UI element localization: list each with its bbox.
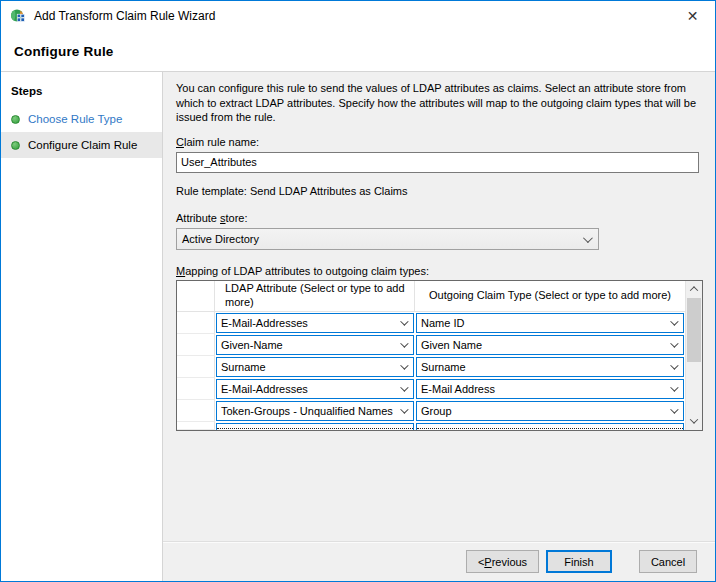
ldap-attribute-combo-partial[interactable] xyxy=(216,423,414,430)
ldap-attribute-value: E-Mail-Addresses xyxy=(221,383,308,395)
outgoing-claim-value: Name ID xyxy=(421,317,464,329)
chevron-down-icon xyxy=(670,361,678,369)
ldap-attribute-combo[interactable]: E-Mail-Addresses xyxy=(216,379,414,399)
outgoing-claim-combo[interactable]: Given Name xyxy=(416,335,684,355)
previous-button[interactable]: < Previous xyxy=(466,550,539,573)
claim-rule-name-input[interactable] xyxy=(176,152,699,173)
row-selector[interactable] xyxy=(177,312,215,334)
chevron-down-icon xyxy=(670,383,678,391)
chevron-down-icon xyxy=(400,383,408,391)
page-header: Configure Rule xyxy=(1,31,715,72)
table-header-row: LDAP Attribute (Select or type to add mo… xyxy=(177,281,685,312)
chevron-down-icon xyxy=(670,317,678,325)
ldap-attribute-combo[interactable]: E-Mail-Addresses xyxy=(216,313,414,333)
steps-sidebar: Steps Choose Rule Type Configure Claim R… xyxy=(1,72,163,581)
ldap-attribute-value: Token-Groups - Unqualified Names xyxy=(221,405,393,417)
table-row: Given-Name Given Name xyxy=(177,334,685,356)
outgoing-claim-combo[interactable]: Name ID xyxy=(416,313,684,333)
scrollbar-thumb[interactable] xyxy=(687,298,701,362)
sidebar-item-configure-claim-rule[interactable]: Configure Claim Rule xyxy=(1,132,162,158)
content-pane: You can configure this rule to send the … xyxy=(163,72,715,581)
step-label: Configure Claim Rule xyxy=(28,139,137,151)
ldap-attribute-value: Given-Name xyxy=(221,339,283,351)
outgoing-claim-value: Given Name xyxy=(421,339,482,351)
close-button[interactable]: ✕ xyxy=(670,1,715,31)
row-selector[interactable] xyxy=(177,334,215,356)
outgoing-claim-combo[interactable]: Group xyxy=(416,401,684,421)
ldap-attribute-combo[interactable]: Token-Groups - Unqualified Names xyxy=(216,401,414,421)
wizard-footer: < Previous Finish Cancel xyxy=(163,541,715,581)
row-selector[interactable] xyxy=(177,422,215,430)
rule-template-text: Rule template: Send LDAP Attributes as C… xyxy=(176,185,703,197)
table-row: Token-Groups - Unqualified Names Group xyxy=(177,400,685,422)
table-row-partial xyxy=(177,422,685,430)
outgoing-claim-combo[interactable]: Surname xyxy=(416,357,684,377)
chevron-down-icon xyxy=(690,416,698,424)
wizard-window: Add Transform Claim Rule Wizard ✕ Config… xyxy=(0,0,716,582)
chevron-down-icon xyxy=(670,405,678,413)
window-title: Add Transform Claim Rule Wizard xyxy=(34,9,215,23)
step-label: Choose Rule Type xyxy=(28,113,122,125)
adfs-app-icon xyxy=(10,8,26,24)
title-bar: Add Transform Claim Rule Wizard ✕ xyxy=(1,1,715,31)
row-selector[interactable] xyxy=(177,400,215,422)
outgoing-claim-combo[interactable]: E-Mail Address xyxy=(416,379,684,399)
attribute-store-label: Attribute store: xyxy=(176,212,703,224)
cancel-button[interactable]: Cancel xyxy=(639,550,697,573)
row-selector[interactable] xyxy=(177,356,215,378)
outgoing-claim-value: Surname xyxy=(421,361,466,373)
close-icon: ✕ xyxy=(687,8,699,24)
scroll-down-button[interactable] xyxy=(686,413,702,430)
steps-heading: Steps xyxy=(1,79,162,106)
outgoing-claim-column-header[interactable]: Outgoing Claim Type (Select or type to a… xyxy=(415,281,685,311)
ldap-attribute-combo[interactable]: Surname xyxy=(216,357,414,377)
outgoing-claim-value: E-Mail Address xyxy=(421,383,495,395)
table-scrollbar[interactable] xyxy=(685,281,702,430)
ldap-attribute-combo[interactable]: Given-Name xyxy=(216,335,414,355)
sidebar-item-choose-rule-type[interactable]: Choose Rule Type xyxy=(1,106,162,132)
chevron-down-icon xyxy=(670,339,678,347)
ldap-attribute-value: Surname xyxy=(221,361,266,373)
step-bullet-icon xyxy=(11,115,20,124)
table-row: E-Mail-Addresses E-Mail Address xyxy=(177,378,685,400)
ldap-attribute-value: E-Mail-Addresses xyxy=(221,317,308,329)
mapping-table-label: Mapping of LDAP attributes to outgoing c… xyxy=(176,265,703,277)
outgoing-claim-value: Group xyxy=(421,405,452,417)
mapping-table-rows: E-Mail-Addresses Name ID Given-Name Give… xyxy=(177,312,685,422)
chevron-up-icon xyxy=(690,287,698,295)
attribute-store-select[interactable]: Active Directory xyxy=(176,228,599,250)
claim-rule-name-label: Claim rule name: xyxy=(176,136,703,148)
table-row: E-Mail-Addresses Name ID xyxy=(177,312,685,334)
row-selector-header xyxy=(177,281,215,311)
attribute-store-value: Active Directory xyxy=(182,233,259,245)
finish-button[interactable]: Finish xyxy=(546,550,612,573)
ldap-attribute-column-header[interactable]: LDAP Attribute (Select or type to add mo… xyxy=(215,281,415,311)
mapping-table: LDAP Attribute (Select or type to add mo… xyxy=(176,280,703,431)
chevron-down-icon xyxy=(400,317,408,325)
scroll-up-button[interactable] xyxy=(686,281,702,298)
step-bullet-icon xyxy=(11,141,20,150)
chevron-down-icon xyxy=(583,233,593,243)
outgoing-claim-combo-partial[interactable] xyxy=(416,423,684,430)
table-row: Surname Surname xyxy=(177,356,685,378)
chevron-down-icon xyxy=(400,361,408,369)
page-title: Configure Rule xyxy=(1,44,114,59)
row-selector[interactable] xyxy=(177,378,215,400)
chevron-down-icon xyxy=(400,405,408,413)
rule-description: You can configure this rule to send the … xyxy=(176,81,703,125)
chevron-down-icon xyxy=(400,339,408,347)
